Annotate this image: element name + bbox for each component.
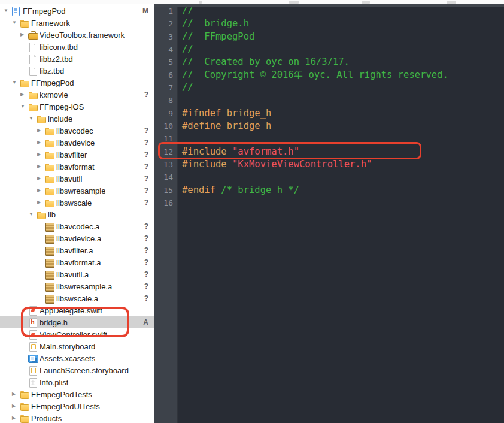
disclosure-triangle-icon[interactable]: ▼ (29, 113, 37, 125)
sidebar-item-ffmpegpod[interactable]: ▼FFmpegPodM (0, 5, 154, 17)
jumpbar-fragment (447, 1, 456, 4)
sidebar-item-label: libiconv.tbd (40, 43, 78, 52)
sidebar-item-main-storyboard[interactable]: Main.storyboard (0, 340, 154, 352)
code-line[interactable]: 13#include "KxMovieViewController.h" (154, 158, 504, 171)
disclosure-triangle-icon[interactable]: ▼ (4, 5, 11, 17)
code-line[interactable]: 1// (154, 5, 504, 17)
source-editor[interactable]: 1//2// bridge.h3// FFmpegPod4//5// Creat… (154, 5, 504, 423)
sidebar-item-libswresample-a[interactable]: libswresample.a? (0, 280, 154, 292)
code-line[interactable]: 7// (154, 81, 504, 94)
jumpbar-fragment (289, 1, 299, 4)
code-line[interactable]: 3// FFmpegPod (154, 31, 504, 43)
disclosure-triangle-icon[interactable]: ▼ (12, 17, 20, 29)
sidebar-item-framework[interactable]: ▼Framework (0, 17, 154, 29)
sidebar-item-libavdevice[interactable]: ▶libavdevice? (0, 137, 154, 149)
line-number: 9 (154, 107, 178, 120)
disclosure-triangle-icon[interactable]: ▶ (37, 125, 45, 137)
code-line-text: // bridge.h (182, 17, 249, 30)
sidebar-item-ffmpegpoduitests[interactable]: ▶FFmpegPodUITests (0, 400, 154, 412)
code-line[interactable]: 16 (154, 197, 504, 209)
sidebar-item-label: Info.plist (40, 378, 68, 387)
code-line[interactable]: 4// (154, 43, 504, 56)
disclosure-triangle-icon[interactable]: ▶ (12, 412, 20, 423)
disclosure-triangle-icon[interactable]: ▼ (12, 77, 20, 89)
status-badge: ? (144, 161, 148, 173)
sidebar-item-label: FFmpegPod (23, 7, 66, 16)
sidebar-item-libavcodec-a[interactable]: libavcodec.a? (0, 220, 154, 232)
code-line[interactable]: 8 (154, 94, 504, 107)
disclosure-triangle-icon[interactable]: ▶ (37, 137, 45, 149)
sidebar-item-videotoolbox-framework[interactable]: ▶VideoToolbox.framework (0, 29, 154, 41)
line-number: 2 (154, 17, 178, 30)
sidebar-item-info-plist[interactable]: Info.plist (0, 376, 154, 388)
status-badge: ? (144, 149, 148, 161)
sidebar-item-libbz2-tbd[interactable]: libbz2.tbd (0, 53, 154, 65)
sidebar-item-ffmpeg-ios[interactable]: ▼FFmpeg-iOS (0, 101, 154, 113)
sidebar-item-libswscale-a[interactable]: libswscale.a? (0, 292, 154, 304)
folder-icon (20, 402, 29, 411)
line-number: 14 (154, 171, 178, 183)
sidebar-item-ffmpegpodtests[interactable]: ▶FFmpegPodTests (0, 388, 154, 400)
line-number: 3 (154, 31, 178, 43)
sidebar-item-bridge-h[interactable]: bridge.hA (0, 316, 154, 328)
sidebar-item-libavformat-a[interactable]: libavformat.a? (0, 256, 154, 268)
sidebar-item-libavcodec[interactable]: ▶libavcodec? (0, 125, 154, 137)
sidebar-item-libavfilter-a[interactable]: libavfilter.a? (0, 244, 154, 256)
sidebar-item-appdelegate-swift[interactable]: AppDelegate.swift (0, 304, 154, 316)
disclosure-triangle-icon[interactable]: ▶ (37, 185, 45, 197)
code-line[interactable]: 5// Created by oyc on 16/3/17. (154, 56, 504, 68)
sidebar-item-libavdevice-a[interactable]: libavdevice.a? (0, 232, 154, 244)
disclosure-triangle-icon[interactable]: ▶ (20, 29, 28, 41)
sidebar-item-viewcontroller-swift[interactable]: ViewController.swift (0, 328, 154, 340)
sidebar-item-label: libswresample.a (56, 282, 112, 291)
sidebar-item-kxmovie[interactable]: ▶kxmovie? (0, 89, 154, 101)
code-line[interactable]: 6// Copyright © 2016年 oyc. All rights re… (154, 69, 504, 81)
sidebar-item-libavfilter[interactable]: ▶libavfilter? (0, 149, 154, 161)
code-line[interactable]: 14 (154, 171, 504, 183)
sidebar-item-label: libswscale (56, 198, 92, 207)
disclosure-triangle-icon[interactable]: ▶ (37, 173, 45, 185)
line-number: 7 (154, 81, 178, 94)
code-line[interactable]: 11 (154, 132, 504, 145)
disclosure-triangle-icon[interactable]: ▶ (37, 149, 45, 161)
sidebar-item-libiconv-tbd[interactable]: libiconv.tbd (0, 41, 154, 53)
sidebar-item-products[interactable]: ▶Products (0, 412, 154, 423)
sidebar-item-libz-tbd[interactable]: libz.tbd (0, 65, 154, 77)
sidebar-item-libavutil-a[interactable]: libavutil.a? (0, 268, 154, 280)
code-line[interactable]: 12#include "avformat.h" (154, 146, 504, 158)
token-comment: // (182, 44, 193, 55)
code-line[interactable]: 15#endif /* bridge_h */ (154, 184, 504, 197)
code-line[interactable]: 2// bridge.h (154, 17, 504, 30)
sidebar-item-libavformat[interactable]: ▶libavformat? (0, 161, 154, 173)
sidebar-item-assets-xcassets[interactable]: Assets.xcassets (0, 352, 154, 364)
sidebar-item-include[interactable]: ▼include (0, 113, 154, 125)
code-area[interactable]: 1//2// bridge.h3// FFmpegPod4//5// Creat… (154, 5, 504, 210)
sidebar-item-ffmpegpod[interactable]: ▼FFmpegPod (0, 77, 154, 89)
disclosure-triangle-icon[interactable]: ▼ (29, 209, 37, 220)
project-navigator[interactable]: ▼FFmpegPodM▼Framework▶VideoToolbox.frame… (0, 5, 154, 423)
folder-icon (37, 210, 45, 219)
disclosure-triangle-icon[interactable]: ▶ (12, 400, 20, 412)
line-number: 15 (154, 184, 178, 197)
sidebar-item-libswscale[interactable]: ▶libswscale? (0, 197, 154, 209)
sidebar-item-libavutil[interactable]: ▶libavutil? (0, 173, 154, 185)
status-badge: ? (144, 244, 148, 256)
sidebar-item-label: libavfilter.a (56, 246, 93, 255)
sidebar-item-libswresample[interactable]: ▶libswresample? (0, 185, 154, 197)
code-line[interactable]: 9#ifndef bridge_h (154, 107, 504, 120)
disclosure-triangle-icon[interactable]: ▶ (12, 388, 20, 400)
token-comment: // bridge.h (182, 18, 249, 29)
sidebar-item-label: libavdevice (56, 138, 95, 147)
folder-icon (45, 126, 54, 135)
sidebar-item-launchscreen-storyboard[interactable]: LaunchScreen.storyboard (0, 364, 154, 376)
disclosure-triangle-icon[interactable]: ▶ (37, 197, 45, 209)
disclosure-triangle-icon[interactable]: ▶ (20, 89, 28, 101)
disclosure-triangle-icon[interactable]: ▶ (37, 161, 45, 173)
folder-icon (45, 174, 54, 183)
disclosure-triangle-icon[interactable]: ▼ (20, 101, 28, 113)
code-line[interactable]: 10#define bridge_h (154, 120, 504, 132)
sidebar-item-label: FFmpegPod (31, 78, 74, 87)
status-badge: ? (144, 185, 148, 197)
code-line-text: #define bridge_h (182, 120, 271, 132)
sidebar-item-lib[interactable]: ▼lib (0, 209, 154, 220)
